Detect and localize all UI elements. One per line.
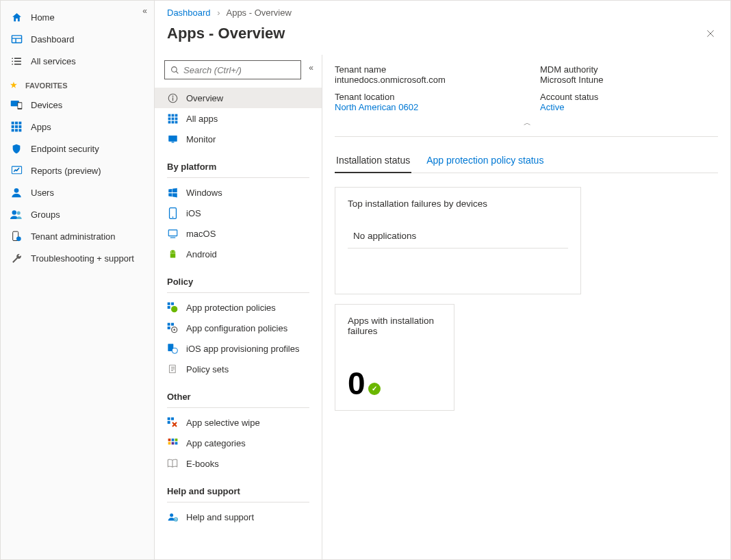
sub-nav-ebooks[interactable]: E-books bbox=[155, 453, 322, 474]
close-button[interactable] bbox=[703, 26, 718, 41]
svg-rect-13 bbox=[12, 129, 14, 131]
collapse-main-nav-icon[interactable]: « bbox=[142, 6, 147, 16]
sub-nav-label: Help and support bbox=[186, 512, 254, 522]
svg-rect-31 bbox=[175, 117, 177, 120]
svg-rect-12 bbox=[18, 125, 21, 128]
svg-rect-28 bbox=[175, 114, 177, 116]
nav-label: Endpoint security bbox=[31, 144, 99, 154]
nav-reports[interactable]: Reports (preview) bbox=[1, 160, 154, 181]
nav-label: Apps bbox=[31, 122, 51, 132]
svg-point-63 bbox=[170, 513, 173, 516]
nav-tenant-admin[interactable]: Tenant administration bbox=[1, 225, 154, 247]
sub-nav-policy-sets[interactable]: Policy sets bbox=[155, 359, 322, 379]
android-icon bbox=[167, 249, 178, 259]
search-box[interactable] bbox=[164, 60, 301, 79]
collapse-sub-nav-icon[interactable]: « bbox=[309, 63, 313, 73]
help-support-icon: ? bbox=[167, 511, 178, 522]
book-icon bbox=[167, 458, 178, 469]
svg-rect-29 bbox=[168, 117, 170, 120]
sub-nav-ios-provisioning[interactable]: iOS app provisioning profiles bbox=[155, 338, 322, 359]
svg-rect-0 bbox=[12, 35, 21, 42]
nav-label: All services bbox=[31, 56, 76, 66]
tenant-location-label: Tenant location bbox=[335, 92, 513, 102]
sub-nav-app-protection[interactable]: App protection policies bbox=[155, 297, 322, 318]
monitor-icon bbox=[167, 133, 178, 144]
svg-point-1 bbox=[12, 58, 13, 59]
chevron-right-icon: › bbox=[217, 8, 220, 18]
sub-nav-label: App protection policies bbox=[186, 303, 276, 313]
nav-label: Dashboard bbox=[31, 34, 75, 44]
svg-point-3 bbox=[12, 63, 13, 64]
nav-dashboard[interactable]: Dashboard bbox=[1, 28, 154, 50]
nav-label: Home bbox=[31, 12, 55, 23]
nav-devices[interactable]: Devices bbox=[1, 94, 154, 116]
page-title: Apps - Overview bbox=[167, 25, 285, 42]
sub-nav-label: App configuration policies bbox=[186, 323, 287, 333]
svg-rect-43 bbox=[171, 303, 174, 305]
account-status-value[interactable]: Active bbox=[540, 102, 718, 112]
nav-users[interactable]: Users bbox=[1, 181, 154, 203]
sub-nav-app-categories[interactable]: App categories bbox=[155, 433, 322, 453]
svg-rect-32 bbox=[168, 120, 170, 123]
star-icon: ★ bbox=[10, 81, 17, 90]
sub-nav-help-support[interactable]: ? Help and support bbox=[155, 507, 322, 527]
no-applications-text: No applications bbox=[348, 231, 568, 249]
close-icon bbox=[706, 29, 715, 38]
account-status-label: Account status bbox=[540, 92, 718, 102]
search-icon bbox=[170, 66, 179, 75]
section-policy: Policy bbox=[155, 264, 322, 290]
nav-groups[interactable]: Groups bbox=[1, 203, 154, 225]
sub-nav-overview[interactable]: Overview bbox=[155, 88, 322, 108]
svg-rect-35 bbox=[168, 135, 177, 141]
content-area: Dashboard › Apps - Overview Apps - Overv… bbox=[155, 1, 730, 559]
svg-rect-14 bbox=[15, 129, 18, 131]
apps-grid-icon bbox=[10, 120, 23, 133]
svg-rect-27 bbox=[171, 114, 174, 116]
breadcrumb: Dashboard › Apps - Overview bbox=[155, 1, 730, 22]
groups-icon bbox=[10, 208, 23, 220]
tab-app-protection-status[interactable]: App protection policy status bbox=[425, 151, 545, 173]
sub-nav-ios[interactable]: iOS bbox=[155, 203, 322, 223]
svg-point-40 bbox=[171, 251, 172, 252]
nav-home[interactable]: Home bbox=[1, 6, 154, 28]
nav-endpoint-security[interactable]: Endpoint security bbox=[1, 138, 154, 160]
sub-nav-monitor[interactable]: Monitor bbox=[155, 129, 322, 149]
policy-sets-icon bbox=[167, 364, 178, 374]
breadcrumb-root[interactable]: Dashboard bbox=[167, 8, 211, 18]
nav-all-services[interactable]: All services bbox=[1, 50, 154, 72]
nav-troubleshooting[interactable]: Troubleshooting + support bbox=[1, 247, 154, 269]
card-apps-failures: Apps with installation failures 0 ✓ bbox=[335, 304, 454, 411]
sub-nav-macos[interactable]: macOS bbox=[155, 223, 322, 244]
tab-installation-status[interactable]: Installation status bbox=[335, 151, 411, 173]
devices-icon bbox=[10, 99, 23, 111]
sub-nav-app-configuration[interactable]: App configuration policies bbox=[155, 318, 322, 338]
svg-rect-56 bbox=[168, 421, 170, 424]
svg-rect-48 bbox=[168, 327, 170, 329]
nav-label: Troubleshooting + support bbox=[31, 253, 134, 264]
svg-rect-30 bbox=[171, 117, 174, 120]
failures-count: 0 ✓ bbox=[348, 368, 441, 399]
sub-nav-android[interactable]: Android bbox=[155, 244, 322, 264]
card-top-failures: Top installation failures by devices No … bbox=[335, 187, 581, 294]
svg-point-41 bbox=[173, 251, 174, 252]
search-input[interactable] bbox=[183, 65, 299, 75]
svg-point-17 bbox=[14, 188, 19, 193]
wrench-icon bbox=[10, 252, 23, 264]
app-config-icon bbox=[167, 322, 178, 333]
tenant-location-value[interactable]: North American 0602 bbox=[335, 102, 513, 112]
sub-nav-label: iOS app provisioning profiles bbox=[186, 344, 299, 354]
sub-nav-windows[interactable]: Windows bbox=[155, 182, 322, 203]
section-by-platform: By platform bbox=[155, 149, 322, 175]
svg-point-38 bbox=[172, 216, 173, 218]
sub-nav-selective-wipe[interactable]: App selective wipe bbox=[155, 412, 322, 433]
sub-nav-label: macOS bbox=[186, 229, 216, 239]
nav-apps[interactable]: Apps bbox=[1, 116, 154, 138]
sub-nav-label: Overview bbox=[186, 93, 223, 103]
sub-nav-label: App categories bbox=[186, 438, 246, 448]
shield-icon bbox=[10, 142, 23, 155]
card-title: Top installation failures by devices bbox=[348, 199, 568, 209]
expand-chevron-icon[interactable]: ︿ bbox=[335, 116, 718, 137]
card-title: Apps with installation failures bbox=[348, 316, 441, 336]
sub-nav-all-apps[interactable]: All apps bbox=[155, 108, 322, 129]
svg-rect-6 bbox=[18, 103, 21, 108]
